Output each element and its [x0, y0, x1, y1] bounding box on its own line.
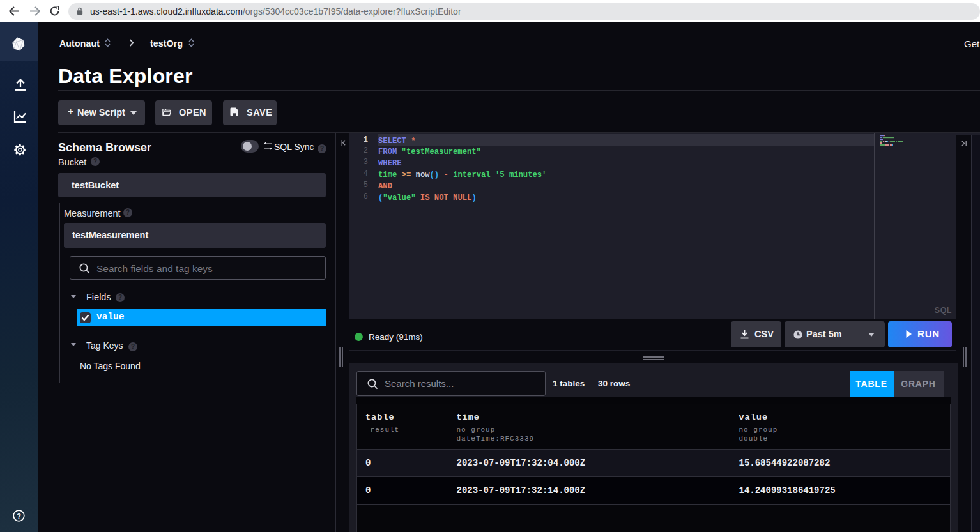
svg-text:?: ?: [17, 512, 21, 520]
